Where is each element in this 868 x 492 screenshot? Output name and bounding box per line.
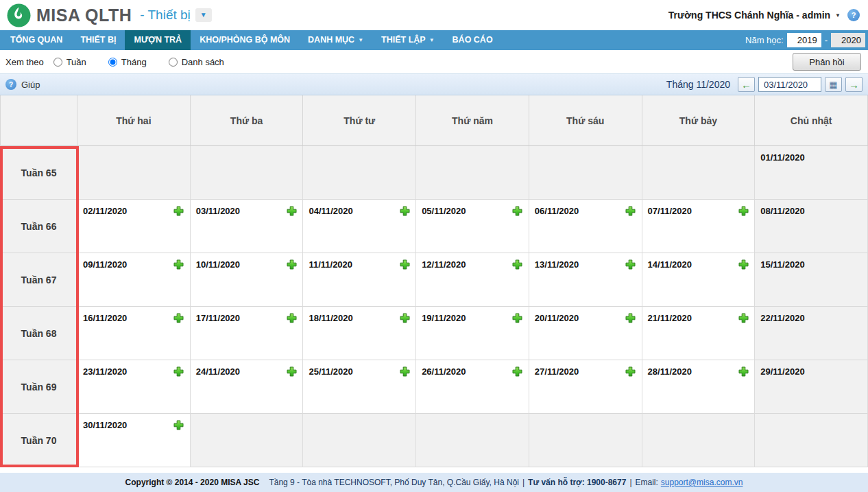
nav-item-label: DANH MỤC	[308, 30, 354, 50]
day-cell[interactable]: 07/11/2020	[642, 200, 756, 253]
add-icon	[738, 259, 749, 270]
day-cell[interactable]: 10/11/2020	[191, 253, 304, 307]
view-option-danh-sach[interactable]: Danh sách	[169, 57, 224, 67]
add-icon	[738, 366, 749, 377]
next-month-button[interactable]: →	[845, 77, 863, 92]
nav-item-thiet-bi[interactable]: THIẾT BỊ	[71, 30, 125, 50]
day-cell[interactable]: 08/11/2020	[755, 200, 868, 253]
day-cell[interactable]: 24/11/2020	[191, 360, 304, 414]
add-borrow-button[interactable]	[286, 259, 297, 270]
add-icon	[400, 259, 410, 270]
add-borrow-button[interactable]	[286, 312, 297, 323]
add-borrow-button[interactable]	[399, 205, 410, 216]
add-borrow-button[interactable]	[512, 259, 523, 270]
day-cell[interactable]: 28/11/2020	[642, 360, 756, 414]
feedback-button[interactable]: Phản hồi	[793, 53, 861, 71]
day-cell[interactable]: 05/11/2020	[416, 200, 529, 253]
add-borrow-button[interactable]	[173, 312, 184, 323]
add-borrow-button[interactable]	[173, 419, 184, 430]
day-cell[interactable]: 26/11/2020	[416, 360, 529, 414]
day-cell[interactable]: 01/11/2020	[755, 146, 868, 200]
day-cell	[755, 414, 868, 467]
school-year-from-input[interactable]	[787, 33, 821, 47]
module-dropdown-button[interactable]: ▼	[195, 8, 212, 22]
day-cell[interactable]: 04/11/2020	[303, 200, 416, 253]
view-radio-danh-sach[interactable]	[169, 58, 178, 67]
add-borrow-button[interactable]	[625, 259, 636, 270]
add-borrow-button[interactable]	[738, 366, 749, 377]
week-label: Tuần 69	[1, 360, 77, 414]
day-cell[interactable]: 20/11/2020	[529, 307, 642, 360]
add-borrow-button[interactable]	[286, 366, 297, 377]
day-cell[interactable]: 03/11/2020	[191, 200, 304, 253]
add-borrow-button[interactable]	[399, 259, 410, 270]
add-borrow-button[interactable]	[399, 312, 410, 323]
day-cell[interactable]: 09/11/2020	[77, 253, 191, 307]
add-borrow-button[interactable]	[738, 205, 749, 216]
add-icon	[287, 313, 297, 323]
add-icon	[287, 366, 297, 377]
add-borrow-button[interactable]	[625, 366, 636, 377]
date-input[interactable]	[758, 77, 821, 92]
day-cell[interactable]: 27/11/2020	[529, 360, 642, 414]
calendar-picker-button[interactable]: ▦	[825, 77, 842, 92]
day-cell[interactable]: 15/11/2020	[755, 253, 868, 307]
nav-item-bao-cao[interactable]: BÁO CÁO	[444, 30, 502, 50]
prev-month-button[interactable]: ←	[738, 77, 755, 92]
day-cell[interactable]: 16/11/2020	[77, 307, 191, 360]
help-bar: ? Giúp Tháng 11/2020 ← ▦ →	[0, 73, 868, 95]
day-cell[interactable]: 23/11/2020	[77, 360, 191, 414]
add-icon	[173, 366, 184, 377]
nav-item-tong-quan[interactable]: TỔNG QUAN	[1, 30, 71, 50]
footer-separator: |	[522, 478, 525, 487]
add-borrow-button[interactable]	[173, 259, 184, 270]
view-option-label: Tháng	[121, 57, 147, 67]
footer-email-link[interactable]: support@misa.com.vn	[661, 478, 743, 487]
day-cell[interactable]: 11/11/2020	[303, 253, 416, 307]
view-option-tuan[interactable]: Tuần	[53, 57, 86, 67]
day-header: Chủ nhật	[755, 95, 868, 146]
day-cell[interactable]: 30/11/2020	[77, 414, 191, 467]
day-date: 10/11/2020	[196, 259, 240, 270]
day-cell[interactable]: 14/11/2020	[642, 253, 756, 307]
help-icon[interactable]: ?	[847, 9, 860, 21]
day-cell[interactable]: 22/11/2020	[755, 307, 868, 360]
help-icon[interactable]: ?	[5, 79, 16, 90]
day-cell[interactable]: 02/11/2020	[77, 200, 191, 253]
add-icon	[738, 206, 749, 216]
nav-item-kho-phong-bo-mon[interactable]: KHO/PHÒNG BỘ MÔN	[191, 30, 299, 50]
day-cell[interactable]: 21/11/2020	[642, 307, 756, 360]
user-menu[interactable]: Trường THCS Chánh Nghĩa - admin ▼	[668, 10, 841, 21]
school-year-to-input[interactable]	[831, 33, 865, 47]
view-option-thang[interactable]: Tháng	[108, 57, 147, 67]
view-radio-thang[interactable]	[108, 58, 117, 67]
add-borrow-button[interactable]	[512, 205, 523, 216]
day-cell[interactable]: 12/11/2020	[416, 253, 529, 307]
add-borrow-button[interactable]	[512, 312, 523, 323]
view-radio-tuan[interactable]	[53, 58, 62, 67]
day-date: 02/11/2020	[83, 206, 127, 216]
nav-item-muon-tra[interactable]: MƯỢN TRẢ	[125, 30, 191, 50]
footer: Copyright © 2014 - 2020 MISA JSC Tầng 9 …	[0, 473, 868, 492]
day-cell[interactable]: 17/11/2020	[191, 307, 304, 360]
add-borrow-button[interactable]	[399, 366, 410, 377]
add-borrow-button[interactable]	[173, 205, 184, 216]
add-borrow-button[interactable]	[625, 205, 636, 216]
day-cell[interactable]: 13/11/2020	[529, 253, 642, 307]
add-borrow-button[interactable]	[625, 312, 636, 323]
nav-item-thiet-lap[interactable]: THIẾT LẬP▼	[372, 30, 444, 50]
day-cell[interactable]: 25/11/2020	[303, 360, 416, 414]
day-date: 23/11/2020	[83, 366, 127, 377]
add-borrow-button[interactable]	[173, 366, 184, 377]
school-year-label: Năm học:	[745, 35, 784, 45]
nav-item-danh-muc[interactable]: DANH MỤC▼	[299, 30, 372, 50]
day-cell[interactable]: 18/11/2020	[303, 307, 416, 360]
day-cell[interactable]: 06/11/2020	[529, 200, 642, 253]
add-borrow-button[interactable]	[286, 205, 297, 216]
add-borrow-button[interactable]	[738, 312, 749, 323]
add-borrow-button[interactable]	[738, 259, 749, 270]
add-borrow-button[interactable]	[512, 366, 523, 377]
day-cell[interactable]: 29/11/2020	[755, 360, 868, 414]
add-icon	[173, 206, 184, 216]
day-cell[interactable]: 19/11/2020	[416, 307, 529, 360]
